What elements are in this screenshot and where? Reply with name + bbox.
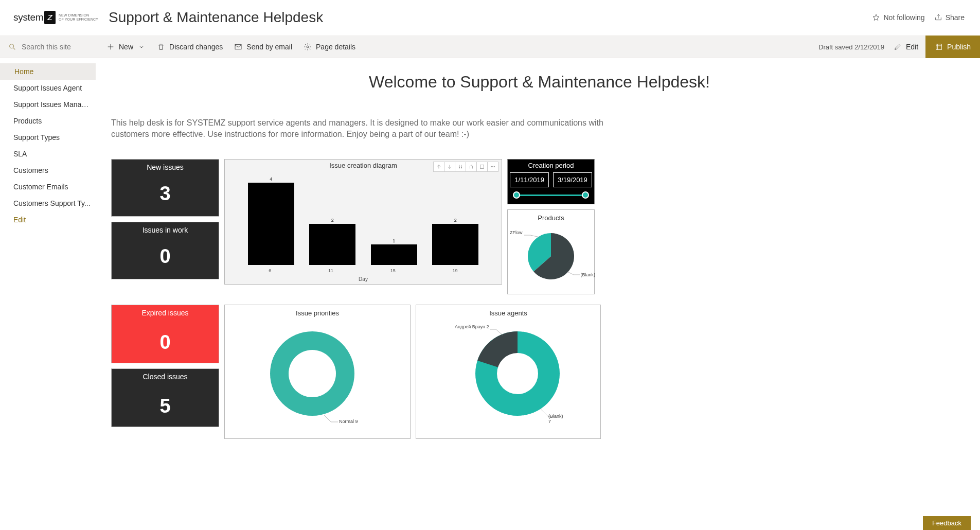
period-slider[interactable] — [513, 191, 589, 199]
sidebar-item-sla[interactable]: SLA — [0, 146, 96, 162]
products-label-zflow: ZFlow — [510, 230, 523, 235]
bar-value-label: 2 — [331, 218, 334, 223]
svg-point-0 — [10, 44, 14, 48]
not-following-button[interactable]: Not following — [872, 13, 924, 22]
sidebar-item-support-issues-manager[interactable]: Support Issues Manag... — [0, 96, 96, 113]
svg-rect-1 — [235, 44, 241, 49]
bar-category-label: 6 — [269, 268, 271, 273]
main-content: Welcome to Support & Maintenance Helpdes… — [96, 58, 980, 460]
discard-button[interactable]: Discard changes — [157, 43, 223, 51]
star-icon — [872, 13, 880, 22]
page-title: Welcome to Support & Maintenance Helpdes… — [111, 73, 968, 92]
issue-agents-title: Issue agents — [418, 307, 598, 318]
bar-value-label: 2 — [454, 218, 457, 223]
kpi-in-work-title: Issues in work — [114, 226, 217, 234]
kpi-new-issues[interactable]: New issues 3 — [111, 159, 219, 217]
issue-priorities-title: Issue priorities — [227, 307, 408, 318]
products-chart-title: Products — [510, 212, 592, 223]
not-following-label: Not following — [883, 13, 924, 22]
priorities-label-normal: Normal 9 — [339, 419, 358, 424]
site-title[interactable]: Support & Maintenance Helpdesk — [109, 9, 323, 26]
kpi-closed[interactable]: Closed issues 5 — [111, 368, 219, 427]
logo-word: system — [13, 12, 43, 23]
slider-handle-right[interactable] — [582, 191, 589, 199]
issue-agents-chart[interactable]: Issue agents Андрей Браун 2 (Blank) 7 — [416, 305, 601, 439]
bar-chart-area: 4212 6111519 — [230, 170, 496, 276]
logo-tagline: NEW DIMENSION OF YOUR EFFICIENCY — [59, 13, 98, 21]
slider-handle-left[interactable] — [513, 191, 520, 199]
share-button[interactable]: Share — [934, 13, 965, 22]
new-button[interactable]: New — [106, 43, 146, 51]
svg-point-6 — [492, 166, 493, 167]
period-to-input[interactable]: 3/19/2019 — [553, 172, 592, 187]
send-email-button[interactable]: Send by email — [234, 43, 292, 51]
kpi-expired-value: 0 — [114, 331, 217, 354]
publish-button[interactable]: Publish — [925, 36, 980, 58]
svg-point-2 — [307, 46, 309, 48]
bar — [248, 183, 294, 265]
issue-priorities-chart[interactable]: Issue priorities Normal 9 — [224, 305, 411, 439]
gear-icon — [304, 43, 312, 51]
publish-icon — [935, 43, 943, 51]
kpi-new-issues-value: 3 — [114, 183, 217, 205]
logo-tagline-line1: NEW DIMENSION — [59, 13, 89, 17]
sidebar-item-customers[interactable]: Customers — [0, 162, 96, 179]
creation-period-title: Creation period — [511, 162, 591, 169]
logo-tagline-line2: OF YOUR EFFICIENCY — [59, 17, 98, 21]
bar-column[interactable]: 2 — [309, 218, 355, 265]
edit-label: Edit — [906, 43, 918, 51]
sidebar-item-home[interactable]: Home — [0, 63, 96, 80]
svg-rect-4 — [480, 165, 484, 168]
products-label-blank: (Blank) — [580, 272, 595, 277]
bar-category-label: 11 — [328, 268, 333, 273]
search-input[interactable] — [22, 43, 83, 51]
svg-point-5 — [491, 166, 492, 167]
svg-rect-3 — [936, 44, 942, 50]
sidebar-item-support-issues-agent[interactable]: Support Issues Agent — [0, 80, 96, 96]
new-label: New — [119, 43, 133, 51]
svg-point-9 — [289, 350, 336, 397]
products-chart[interactable]: Products ZFlow (Blank) — [507, 209, 595, 294]
edit-button[interactable]: Edit — [894, 43, 918, 51]
kpi-in-work-value: 0 — [114, 245, 217, 268]
page-details-button[interactable]: Page details — [304, 43, 355, 51]
plus-icon — [106, 43, 115, 51]
share-icon — [934, 13, 942, 22]
bar-column[interactable]: 1 — [371, 238, 417, 265]
share-label: Share — [946, 13, 965, 22]
bar-value-label: 4 — [270, 176, 272, 182]
bar-column[interactable]: 2 — [432, 218, 478, 265]
kpi-new-issues-title: New issues — [114, 163, 217, 171]
side-nav: Home Support Issues Agent Support Issues… — [0, 58, 96, 460]
logo-letter: z — [44, 11, 56, 24]
period-from-input[interactable]: 1/11/2019 — [510, 172, 549, 187]
kpi-in-work[interactable]: Issues in work 0 — [111, 222, 219, 279]
page-details-label: Page details — [316, 43, 355, 51]
kpi-closed-title: Closed issues — [114, 373, 217, 381]
bar — [432, 224, 478, 265]
bar-category-label: 15 — [390, 268, 396, 273]
svg-point-7 — [494, 166, 495, 167]
publish-label: Publish — [947, 43, 971, 51]
bar — [309, 224, 355, 265]
sidebar-item-support-types[interactable]: Support Types — [0, 129, 96, 146]
site-logo[interactable]: system z NEW DIMENSION OF YOUR EFFICIENC… — [13, 11, 98, 24]
issue-creation-chart[interactable]: Issue creation diagram 4212 6111519 Day — [224, 159, 502, 285]
sidebar-item-customers-support-types[interactable]: Customers Support Ty... — [0, 195, 96, 211]
agents-label-blank: (Blank) 7 — [548, 414, 565, 424]
bar-column[interactable]: 4 — [248, 176, 294, 265]
creation-period-card[interactable]: Creation period 1/11/2019 3/19/2019 — [507, 159, 595, 204]
bar-value-label: 1 — [393, 238, 395, 243]
svg-point-11 — [497, 353, 538, 394]
sidebar-item-customer-emails[interactable]: Customer Emails — [0, 179, 96, 195]
agents-label-andrey: Андрей Браун 2 — [455, 324, 489, 329]
kpi-expired[interactable]: Expired issues 0 — [111, 305, 219, 363]
draft-status: Draft saved 2/12/2019 — [818, 43, 884, 51]
chevron-down-icon — [137, 43, 146, 51]
bar-chart-xlabel: Day — [225, 276, 502, 284]
sidebar-item-products[interactable]: Products — [0, 113, 96, 129]
sidebar-edit-link[interactable]: Edit — [0, 211, 96, 228]
site-header: system z NEW DIMENSION OF YOUR EFFICIENC… — [0, 0, 980, 36]
search-box[interactable] — [0, 43, 96, 51]
slider-track — [515, 195, 587, 196]
